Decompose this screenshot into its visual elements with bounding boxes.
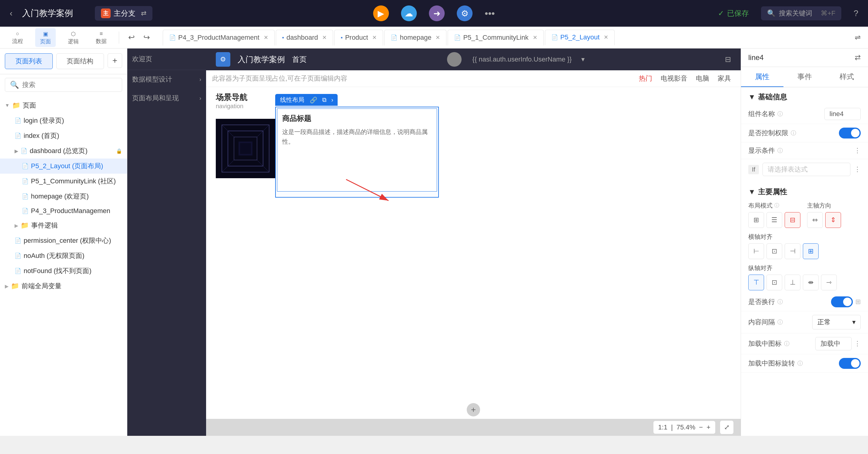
tree-file-homepage[interactable]: 📄 homepage (欢迎页) <box>0 189 127 204</box>
cloud-icon[interactable]: ☁ <box>401 5 417 21</box>
tool-page[interactable]: ▣ 页面 <box>35 28 56 47</box>
tab-p4-product[interactable]: 📄 P4_3_ProductManagement ✕ <box>163 30 275 46</box>
layout-mode-flex-btn[interactable]: ⊟ <box>785 212 800 228</box>
prop-component-name: 组件名称 ⓘ line4 <box>741 104 868 124</box>
tab-homepage[interactable]: 📄 homepage ✕ <box>384 30 446 46</box>
axis-vertical-btn[interactable]: ⇕ <box>825 212 841 228</box>
tab-close-btn[interactable]: ✕ <box>604 34 608 40</box>
sidebar-search-input[interactable] <box>22 81 117 89</box>
link-icon[interactable]: 🔗 <box>308 96 319 104</box>
branch-button[interactable]: 主 主分支 ⇄ <box>95 6 152 21</box>
tree-file-permission[interactable]: 📄 permission_center (权限中心) <box>0 233 127 248</box>
tab-close-btn[interactable]: ✕ <box>264 34 268 41</box>
main-align-space-around-btn[interactable]: ⇾ <box>821 275 837 290</box>
sidebar-add-button[interactable]: + <box>107 53 122 68</box>
top-center-icons: ▶ ☁ ➜ ⚙ ••• <box>373 5 495 21</box>
play-icon[interactable]: ▶ <box>373 5 389 21</box>
preview-dropdown-icon[interactable]: ▾ <box>581 56 585 63</box>
tree-file-p51-community[interactable]: 📄 P5_1_CommunityLink (社区) <box>0 174 127 189</box>
search-bar[interactable]: 🔍 搜索关键词 ⌘+F <box>761 6 841 20</box>
tree-file-p43-product[interactable]: 📄 P4_3_ProductManagemen <box>0 204 127 218</box>
linear-layout-container[interactable]: 线性布局 🔗 ⧉ › 商品标题 这是一段商品描述，描述商品的详细信息，说明商品属… <box>275 107 439 198</box>
permission-toggle[interactable] <box>839 128 861 139</box>
redo-button[interactable]: ↪ <box>142 31 152 44</box>
loading-value-box[interactable]: 加载中 <box>815 337 851 350</box>
add-row-button[interactable]: + <box>467 403 480 416</box>
main-align-start-btn[interactable]: ⊤ <box>748 275 764 290</box>
tool-workflow[interactable]: ○ 流程 <box>7 28 28 47</box>
panel-collapse-btn[interactable]: ⇄ <box>855 53 861 62</box>
tool-data[interactable]: ≡ 数据 <box>91 28 112 47</box>
cross-align-end-btn[interactable]: ⊣ <box>785 243 800 259</box>
sidebar-tab-page-list[interactable]: 页面列表 <box>5 53 53 69</box>
tree-file-login[interactable]: 📄 login (登录页) <box>0 113 127 128</box>
help-button[interactable]: ? <box>854 8 858 18</box>
prop-options-icon[interactable]: ⋮ <box>854 147 861 155</box>
back-button[interactable]: ‹ <box>10 8 12 18</box>
main-align-center-btn[interactable]: ⊡ <box>767 275 782 290</box>
cross-align-start-btn[interactable]: ⊢ <box>748 243 764 259</box>
tree-folder-event[interactable]: ▶ 📁 事件逻辑 <box>0 218 127 233</box>
tabs-expand-btn[interactable]: ⇌ <box>855 33 861 42</box>
tab-properties[interactable]: 属性 <box>741 67 783 87</box>
more-icon[interactable]: › <box>330 96 335 104</box>
wrap-toggle[interactable] <box>831 296 853 307</box>
gap-select[interactable]: 正常 ▾ <box>812 315 861 329</box>
sidebar-tab-page-struct[interactable]: 页面结构 <box>56 53 104 69</box>
tree-folder-pages[interactable]: ▼ 📁 页面 <box>0 98 127 113</box>
tab-close-btn[interactable]: ✕ <box>435 34 440 41</box>
product-text-box[interactable]: 商品标题 这是一段商品描述，描述商品的详细信息，说明商品属性。 <box>277 109 437 191</box>
loading-more-icon[interactable]: ⋮ <box>854 340 861 347</box>
tab-close-btn[interactable]: ✕ <box>372 34 377 41</box>
tree-item-label: index (首页) <box>24 131 59 140</box>
tree-folder-global-vars[interactable]: ▶ 📁 前端全局变量 <box>0 278 127 294</box>
search-shortcut: ⌘+F <box>821 9 835 17</box>
main-align-space-between-btn[interactable]: ⇼ <box>803 275 818 290</box>
nav-item-furniture[interactable]: 家具 <box>718 74 731 83</box>
loading-rotate-toggle[interactable] <box>839 358 861 369</box>
share-icon[interactable]: ➜ <box>429 5 444 21</box>
zoom-plus-btn[interactable]: + <box>707 423 710 431</box>
tab-close-btn[interactable]: ✕ <box>533 34 537 41</box>
preview-nav-home[interactable]: 首页 <box>292 55 307 64</box>
cross-align-stretch-btn[interactable]: ⊞ <box>803 243 818 259</box>
condition-expression-input[interactable]: 请选择表达式 <box>763 163 850 176</box>
layout-mode-list-btn[interactable]: ☰ <box>767 212 782 228</box>
axis-horizontal-btn[interactable]: ⇔ <box>807 212 823 228</box>
layout-mode-grid-btn[interactable]: ⊞ <box>748 212 764 228</box>
tree-file-dashboard[interactable]: ▶ 📄 dashboard (总览页) 🔒 <box>0 143 127 158</box>
cross-align-center-btn[interactable]: ⊡ <box>767 243 782 259</box>
nav-item-pc[interactable]: 电脑 <box>696 74 709 83</box>
nav-item-tv[interactable]: 电视影音 <box>661 74 687 83</box>
zoom-percent: 75.4% <box>677 423 695 431</box>
chevron-icon: ▶ <box>14 148 18 154</box>
tab-close-btn[interactable]: ✕ <box>322 34 327 41</box>
more-button[interactable]: ••• <box>485 8 495 19</box>
tree-file-p52-layout[interactable]: 📄 P5_2_Layout (页面布局) <box>0 158 127 174</box>
prop-permission: 是否控制权限 ⓘ <box>741 124 868 143</box>
app-logo: ⚙ <box>216 52 230 67</box>
sidebar-search-box[interactable]: 🔍 <box>5 78 122 92</box>
tab-label: homepage <box>400 34 431 41</box>
tree-file-noauth[interactable]: 📄 noAuth (无权限页面) <box>0 248 127 263</box>
preview-expand-btn[interactable]: ⊟ <box>725 55 731 64</box>
tree-file-index[interactable]: 📄 index (首页) <box>0 128 127 143</box>
tab-events[interactable]: 事件 <box>783 67 826 87</box>
tab-community[interactable]: 📄 P5_1_CommunityLink ✕ <box>447 30 544 46</box>
main-align-end-btn[interactable]: ⊥ <box>785 275 800 290</box>
tree-file-notfound[interactable]: 📄 notFound (找不到页面) <box>0 263 127 278</box>
tab-styles[interactable]: 样式 <box>826 67 868 87</box>
expand-canvas-btn[interactable]: ⤢ <box>720 421 734 434</box>
tab-product[interactable]: ▪ Product ✕ <box>334 30 383 46</box>
tab-layout[interactable]: 📄 P5_2_Layout ✕ <box>545 30 615 46</box>
condition-more-icon[interactable]: ⋮ <box>854 165 861 173</box>
zoom-minus-btn[interactable]: − <box>699 423 703 431</box>
tab-dashboard[interactable]: ▪ dashboard ✕ <box>276 30 333 46</box>
prop-gap: 内容间隔 ⓘ 正常 ▾ <box>741 311 868 333</box>
settings-icon[interactable]: ⚙ <box>457 5 472 21</box>
component-name-value-box[interactable]: line4 <box>824 108 861 120</box>
nav-item-hot[interactable]: 热门 <box>639 74 652 83</box>
undo-button[interactable]: ↩ <box>126 31 137 44</box>
copy-icon[interactable]: ⧉ <box>320 96 328 104</box>
tool-logic[interactable]: ⬡ 逻辑 <box>63 28 84 47</box>
